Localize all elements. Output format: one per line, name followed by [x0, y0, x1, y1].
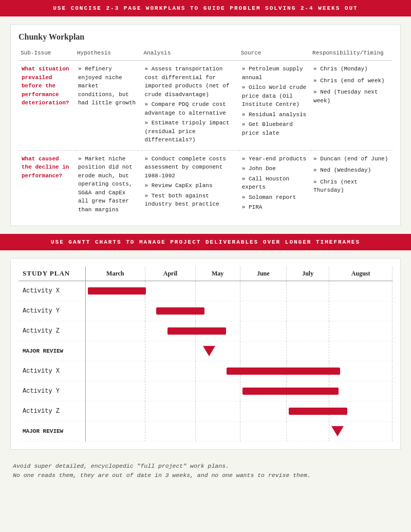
gantt-col-may: May — [195, 266, 240, 281]
gantt-cell — [195, 401, 240, 421]
gantt-col-august: August — [329, 266, 393, 281]
gantt-cell — [240, 401, 286, 421]
hypothesis-2: » Market niche position did not erode mu… — [75, 150, 142, 218]
resp-item: » Chris (Monday) — [313, 65, 389, 74]
gantt-cell — [329, 321, 393, 341]
analysis-item: » Assess transportation cost differentia… — [145, 65, 236, 99]
col-header-responsibility: Responsibility/Timing — [310, 48, 393, 61]
gantt-cell — [85, 381, 145, 401]
gantt-row: MAJOR REVIEW — [18, 421, 393, 442]
resp-item: » Chris (next Thursday) — [313, 178, 389, 195]
gantt-cell — [85, 321, 145, 341]
gantt-row: Activity Z — [18, 321, 393, 341]
workplan-table: Sub-Issue Hypothesis Analysis Source Res… — [18, 48, 393, 218]
gantt-cell — [287, 421, 329, 442]
gantt-cell — [195, 341, 240, 361]
gantt-col-april: April — [145, 266, 196, 281]
gantt-row-label: MAJOR REVIEW — [18, 341, 85, 361]
gantt-cell — [85, 301, 145, 321]
gantt-cell — [240, 301, 286, 321]
source-item: » Oilco World crude price data (Oil Inst… — [242, 83, 307, 109]
source-item: » Get Bluebeard price slate — [242, 120, 307, 137]
gantt-cell — [85, 341, 145, 361]
gantt-cell — [329, 401, 393, 421]
gantt-cell — [85, 421, 145, 442]
gantt-cell — [240, 321, 286, 341]
page: USE CONCISE 2-3 PAGE WORKPLANS TO GUIDE … — [0, 0, 411, 488]
gantt-cell — [287, 321, 329, 341]
gantt-row-label: Activity X — [18, 281, 85, 301]
gantt-row-label: Activity X — [18, 361, 85, 381]
hypothesis-1: » Refinery enjoyed niche market conditio… — [75, 61, 142, 151]
gantt-row: Activity Y — [18, 381, 393, 401]
gantt-cell — [287, 361, 329, 381]
gantt-banner: USE GANTT CHARTS TO MANAGE PROJECT DELIV… — [0, 234, 411, 250]
gantt-row: Activity X — [18, 281, 393, 301]
gantt-cell — [287, 281, 329, 301]
gantt-cell — [195, 381, 240, 401]
gantt-col-june: June — [240, 266, 286, 281]
gantt-cell — [329, 281, 393, 301]
gantt-cell — [329, 381, 393, 401]
source-2: » Year-end products » John Doe » Call Ho… — [239, 150, 310, 218]
analysis-item: » Test both against industry best practi… — [145, 192, 236, 209]
gantt-cell — [195, 301, 240, 321]
gantt-section: STUDY PLAN March April May June July Aug… — [10, 258, 401, 450]
gantt-row: Activity Y — [18, 301, 393, 321]
gantt-cell — [287, 301, 329, 321]
analysis-2: » Conduct complete costs assessment by c… — [142, 150, 239, 218]
gantt-cell — [85, 401, 145, 421]
col-header-hypothesis: Hypothesis — [75, 48, 142, 61]
gantt-cell — [145, 281, 196, 301]
gantt-cell — [145, 381, 196, 401]
responsibility-2: » Duncan (end of June) » Ned (Wednesday)… — [310, 150, 393, 218]
source-item: » Year-end products — [242, 155, 307, 163]
col-header-source: Source — [239, 48, 310, 61]
gantt-cell — [85, 281, 145, 301]
gantt-triangle — [203, 346, 215, 356]
gantt-cell — [145, 321, 196, 341]
gantt-cell — [195, 421, 240, 442]
gantt-row-label: Activity Y — [18, 301, 85, 321]
gantt-cell — [195, 361, 240, 381]
gantt-row-label: MAJOR REVIEW — [18, 421, 85, 442]
footer-note: Avoid super detailed, encyclopedic "full… — [0, 457, 411, 488]
gantt-banner-text: USE GANTT CHARTS TO MANAGE PROJECT DELIV… — [51, 239, 360, 245]
resp-item: » Ned (Tuesday next week) — [313, 88, 389, 105]
gantt-cell — [240, 361, 286, 381]
gantt-cell — [240, 341, 286, 361]
analysis-item: » Compare PDQ crude cost advantage to al… — [145, 100, 236, 117]
sub-issue-1: What situation prevailed before the perf… — [18, 61, 75, 151]
source-item: » John Doe — [242, 164, 307, 173]
gantt-cell — [145, 301, 196, 321]
gantt-cell — [85, 361, 145, 381]
table-row: What caused the decline in performance? … — [18, 150, 393, 218]
source-1: » Petroleum supply annual » Oilco World … — [239, 61, 310, 151]
gantt-row-label: Activity Y — [18, 381, 85, 401]
gantt-cell — [195, 281, 240, 301]
responsibility-1: » Chris (Monday) » Chris (end of week) »… — [310, 61, 393, 151]
resp-item: » Ned (Wednesday) — [313, 166, 389, 175]
gantt-row-label: Activity Z — [18, 401, 85, 421]
top-banner: USE CONCISE 2-3 PAGE WORKPLANS TO GUIDE … — [0, 0, 411, 16]
source-item: » Residual analysis — [242, 111, 307, 119]
gantt-row-label: Activity Z — [18, 321, 85, 341]
gantt-cell — [240, 421, 286, 442]
gantt-cell — [145, 401, 196, 421]
gantt-cell — [240, 381, 286, 401]
gantt-cell — [145, 421, 196, 442]
gantt-header-row: STUDY PLAN March April May June July Aug… — [18, 266, 393, 281]
gantt-table: STUDY PLAN March April May June July Aug… — [18, 266, 393, 442]
gantt-cell — [145, 361, 196, 381]
gantt-col-july: July — [287, 266, 329, 281]
gantt-cell — [329, 421, 393, 442]
table-header-row: Sub-Issue Hypothesis Analysis Source Res… — [18, 48, 393, 61]
analysis-item: » Estimate tripoly impact (residual pric… — [145, 119, 236, 144]
top-banner-text: USE CONCISE 2-3 PAGE WORKPLANS TO GUIDE … — [53, 5, 358, 11]
source-item: » Soloman report — [242, 193, 307, 202]
gantt-col-study-plan: STUDY PLAN — [18, 266, 85, 281]
resp-item: » Chris (end of week) — [313, 77, 389, 85]
resp-item: » Duncan (end of June) — [313, 155, 389, 163]
sub-issue-2: What caused the decline in performance? — [18, 150, 75, 218]
gantt-cell — [145, 341, 196, 361]
